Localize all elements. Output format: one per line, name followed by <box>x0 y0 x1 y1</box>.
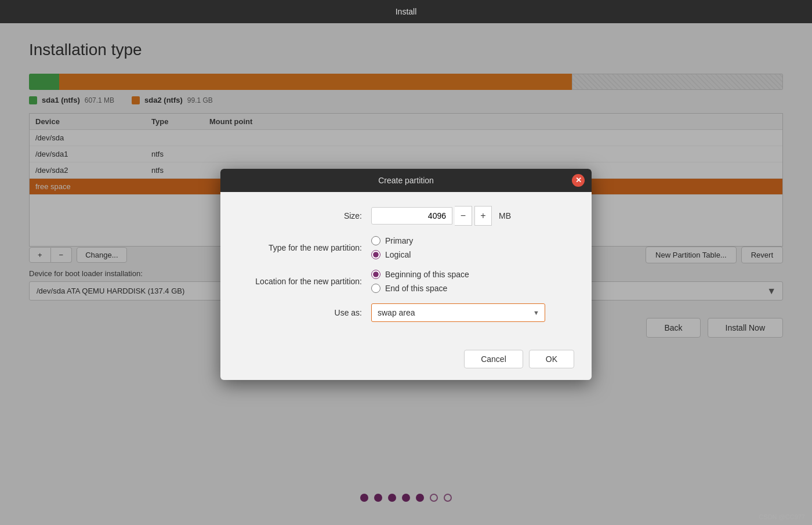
type-primary-label[interactable]: Primary <box>371 236 413 245</box>
size-unit: MB <box>499 211 511 220</box>
size-decrease-button[interactable]: − <box>455 206 472 226</box>
use-as-wrapper: swap area Ext4 journaling file system Ex… <box>371 303 545 322</box>
location-end-text: End of this space <box>385 284 447 293</box>
dialog-title: Create partition <box>378 176 434 185</box>
size-input[interactable] <box>371 207 452 225</box>
type-primary-radio[interactable] <box>371 236 380 245</box>
partition-location-options: Beginning of this space End of this spac… <box>371 270 469 293</box>
titlebar: Install <box>0 0 812 23</box>
dialog-ok-button[interactable]: OK <box>529 350 574 368</box>
titlebar-title: Install <box>396 7 417 16</box>
use-as-row: Use as: swap area Ext4 journaling file s… <box>238 303 574 322</box>
location-end-radio[interactable] <box>371 284 380 293</box>
partition-type-options: Primary Logical <box>371 236 413 259</box>
dialog-close-button[interactable]: ✕ <box>572 174 585 187</box>
partition-type-label: Type for the new partition: <box>238 243 371 252</box>
type-primary-text: Primary <box>385 236 413 245</box>
partition-location-label: Location for the new partition: <box>238 277 371 286</box>
create-partition-dialog: Create partition ✕ Size: − + MB T <box>220 169 592 380</box>
main-content: Installation type sda1 (ntfs) 607.1 MB s… <box>0 23 812 525</box>
use-as-select[interactable]: swap area Ext4 journaling file system Ex… <box>371 303 545 322</box>
partition-location-row: Location for the new partition: Beginnin… <box>238 270 574 293</box>
dialog-overlay: Create partition ✕ Size: − + MB T <box>0 23 812 525</box>
dialog-cancel-button[interactable]: Cancel <box>464 350 523 368</box>
location-beginning-radio[interactable] <box>371 270 380 279</box>
location-beginning-label[interactable]: Beginning of this space <box>371 270 469 279</box>
type-logical-radio[interactable] <box>371 250 380 259</box>
partition-type-row: Type for the new partition: Primary Logi… <box>238 236 574 259</box>
dialog-body: Size: − + MB Type for the new partition: <box>220 192 592 344</box>
dialog-titlebar: Create partition ✕ <box>220 169 592 192</box>
size-row: Size: − + MB <box>238 206 574 226</box>
size-increase-button[interactable]: + <box>474 206 492 226</box>
use-as-label: Use as: <box>238 308 371 317</box>
size-input-group: − + MB <box>371 206 511 226</box>
type-logical-label[interactable]: Logical <box>371 250 413 259</box>
type-logical-text: Logical <box>385 250 411 259</box>
size-label: Size: <box>238 211 371 220</box>
location-end-label[interactable]: End of this space <box>371 284 469 293</box>
dialog-buttons: Cancel OK <box>220 344 592 380</box>
location-beginning-text: Beginning of this space <box>385 270 469 279</box>
